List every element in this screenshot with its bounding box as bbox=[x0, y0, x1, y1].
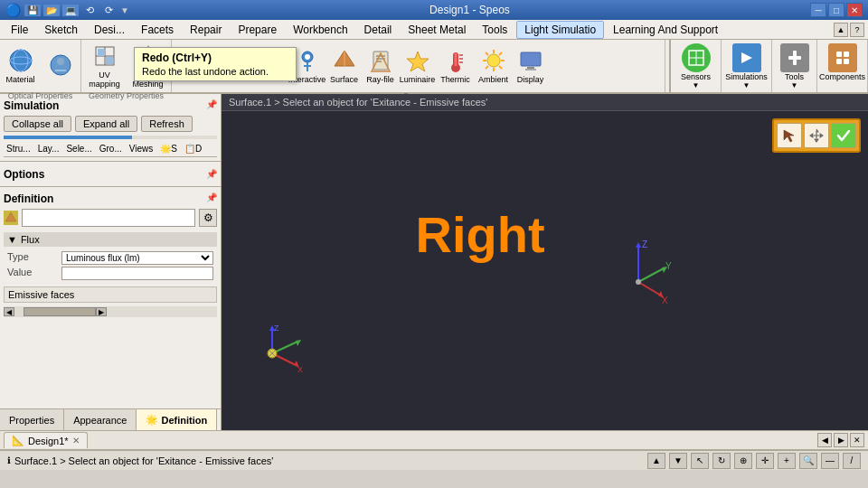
tab-nav-left[interactable]: ◀ bbox=[817, 433, 832, 447]
status-zoom-btn[interactable]: + bbox=[778, 453, 796, 469]
thermic-icon bbox=[443, 48, 468, 73]
tab-nav-right[interactable]: ▶ bbox=[834, 433, 848, 447]
tb-icon2[interactable]: 📂 bbox=[43, 5, 60, 16]
status-magnify-btn[interactable]: 🔍 bbox=[799, 453, 817, 469]
viewport-content[interactable]: Right Z Y X bbox=[222, 111, 868, 426]
menu-help[interactable]: ? bbox=[850, 23, 864, 37]
flux-type-value: Luminous flux (lm) bbox=[61, 251, 213, 265]
tools-ribbon-btn[interactable]: Tools ▼ bbox=[780, 43, 809, 89]
sim-tab-lay[interactable]: Lay... bbox=[35, 143, 62, 155]
material2-btn[interactable] bbox=[42, 43, 80, 89]
emissive-faces: Emissive faces bbox=[4, 286, 217, 303]
vp-select-btn[interactable] bbox=[777, 123, 802, 148]
undo-btn[interactable]: ⟲ bbox=[82, 4, 98, 17]
flux-collapse-icon[interactable]: ▼ bbox=[7, 234, 17, 245]
tab-appearance[interactable]: Appearance bbox=[64, 409, 137, 430]
definition-pin[interactable]: 📌 bbox=[206, 192, 217, 205]
maximize-btn[interactable]: □ bbox=[828, 3, 844, 17]
scroll-right-btn[interactable]: ▶ bbox=[96, 307, 107, 316]
surface-btn[interactable]: Surface bbox=[327, 43, 362, 89]
status-cursor-btn[interactable]: ↖ bbox=[691, 453, 709, 469]
redo-btn[interactable]: ⟳ bbox=[101, 4, 117, 17]
menu-workbench[interactable]: Workbench bbox=[286, 22, 354, 38]
ambient-btn[interactable]: Ambient bbox=[476, 43, 512, 89]
status-up-btn[interactable]: ▲ bbox=[647, 453, 665, 469]
status-minus-btn[interactable]: — bbox=[821, 453, 839, 469]
sim-tab-stru[interactable]: Stru... bbox=[4, 143, 33, 155]
scroll-left-btn[interactable]: ◀ bbox=[4, 307, 14, 316]
status-rotate-btn[interactable]: ↻ bbox=[712, 453, 731, 469]
display-btn[interactable]: Display bbox=[514, 43, 548, 89]
luminaire-btn[interactable]: Luminaire bbox=[400, 43, 436, 89]
material-btn[interactable]: Material bbox=[2, 43, 40, 89]
uv-mapping-label: UV mapping bbox=[87, 70, 123, 89]
collapse-all-btn[interactable]: Collapse all bbox=[4, 116, 71, 132]
viewport-toolbar bbox=[772, 118, 861, 153]
menu-file[interactable]: File bbox=[4, 22, 35, 38]
menu-tools[interactable]: Tools bbox=[475, 22, 514, 38]
expand-all-btn[interactable]: Expand all bbox=[75, 116, 137, 132]
flux-type-select[interactable]: Luminous flux (lm) bbox=[61, 251, 213, 265]
svg-line-40 bbox=[499, 52, 502, 55]
menu-detail[interactable]: Detail bbox=[357, 22, 400, 38]
close-btn[interactable]: ✕ bbox=[846, 3, 863, 17]
sim-tab-sele[interactable]: Sele... bbox=[63, 143, 94, 155]
vp-pan-btn[interactable] bbox=[804, 123, 829, 148]
menu-learning[interactable]: Learning And Support bbox=[606, 22, 725, 38]
axes-small: Z X bbox=[254, 322, 308, 379]
design1-tab-close[interactable]: ✕ bbox=[72, 436, 80, 446]
tab-definition[interactable]: 🌟 Definition bbox=[137, 409, 217, 430]
menu-sketch[interactable]: Sketch bbox=[37, 22, 85, 38]
refresh-btn[interactable]: Refresh bbox=[141, 116, 193, 132]
tb-icon1[interactable]: 💾 bbox=[24, 5, 41, 16]
sim-buttons: Collapse all Expand all Refresh bbox=[4, 116, 217, 132]
svg-text:Z: Z bbox=[642, 239, 647, 249]
sim-tab-d[interactable]: 📋D bbox=[182, 143, 204, 155]
menu-light-sim[interactable]: Light Simulatio bbox=[516, 21, 604, 39]
tab-nav-close[interactable]: ✕ bbox=[850, 433, 864, 447]
flux-type-label: Type bbox=[7, 251, 61, 265]
thermic-btn[interactable]: Thermic bbox=[438, 43, 474, 89]
flux-value-label: Value bbox=[7, 267, 61, 280]
ambient-label: Ambient bbox=[478, 75, 508, 84]
menu-sheet-metal[interactable]: Sheet Metal bbox=[401, 22, 473, 38]
definition-input[interactable]: Surface.1 bbox=[22, 209, 195, 227]
menu-prepare[interactable]: Prepare bbox=[231, 22, 284, 38]
ray-file-btn[interactable]: Ray-file bbox=[363, 43, 398, 89]
sim-tab-views[interactable]: Views bbox=[127, 143, 156, 155]
flux-value-input[interactable]: 683 lm bbox=[61, 267, 213, 280]
status-icons: ▲ ▼ ↖ ↻ ⊕ ✛ + 🔍 — / bbox=[647, 453, 861, 469]
uv-mapping-btn[interactable]: UV mapping bbox=[84, 43, 126, 89]
menu-arrow-up[interactable]: ▲ bbox=[834, 23, 848, 37]
components-btn[interactable]: Components bbox=[819, 43, 865, 81]
sensors-btn[interactable]: Sensors ▼ bbox=[681, 43, 711, 89]
viewport-header: Surface.1 > Select an object for 'Exitan… bbox=[222, 94, 868, 111]
design1-tab-label: Design1* bbox=[28, 436, 69, 446]
minimize-btn[interactable]: ─ bbox=[810, 3, 826, 17]
options-pin[interactable]: 📌 bbox=[206, 169, 217, 179]
menu-repair[interactable]: Repair bbox=[183, 22, 229, 38]
status-select-btn[interactable]: ⊕ bbox=[734, 453, 752, 469]
scrollbar-thumb[interactable] bbox=[24, 307, 96, 316]
vp-confirm-btn[interactable] bbox=[831, 123, 856, 148]
svg-line-63 bbox=[638, 282, 661, 296]
horizontal-scrollbar[interactable]: ◀ ▶ bbox=[4, 306, 217, 317]
sim-tab-gro[interactable]: Gro... bbox=[97, 143, 125, 155]
flux-value-field: 683 lm bbox=[61, 267, 213, 280]
def-gear-btn[interactable]: ⚙ bbox=[199, 209, 217, 227]
status-slash-btn[interactable]: / bbox=[843, 453, 861, 469]
sim-tab-star-s[interactable]: 🌟S bbox=[157, 143, 180, 155]
svg-rect-29 bbox=[454, 53, 457, 66]
sim-pin[interactable]: 📌 bbox=[206, 99, 217, 112]
svg-text:X: X bbox=[662, 296, 668, 305]
tb-icon3[interactable]: 💻 bbox=[62, 5, 79, 16]
menu-facets[interactable]: Facets bbox=[134, 22, 181, 38]
svg-line-38 bbox=[486, 52, 488, 55]
status-down-btn[interactable]: ▼ bbox=[669, 453, 687, 469]
tab-properties[interactable]: Properties bbox=[0, 409, 64, 430]
simulations-btn[interactable]: Simulations ▼ bbox=[725, 43, 768, 89]
design1-tab[interactable]: 📐 Design1* ✕ bbox=[4, 432, 88, 448]
menu-design[interactable]: Desi... bbox=[87, 22, 132, 38]
status-move-btn[interactable]: ✛ bbox=[756, 453, 774, 469]
surface-label: Surface bbox=[330, 75, 358, 84]
